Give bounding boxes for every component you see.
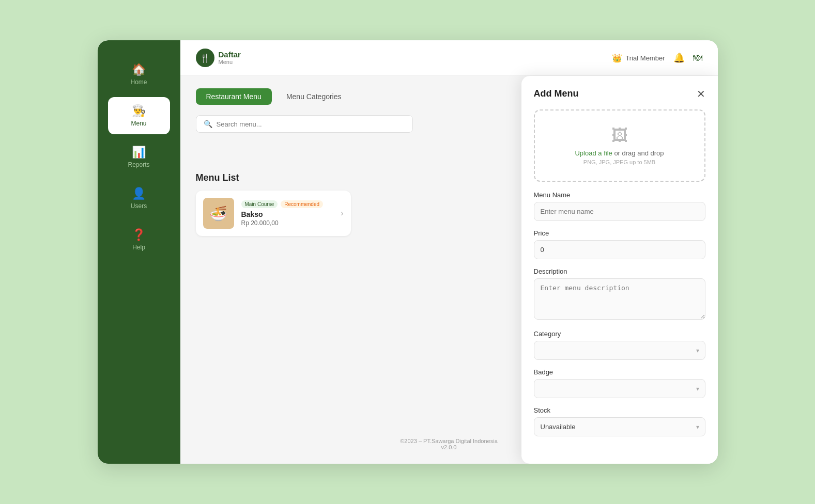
trial-label: Trial Member [625,54,665,62]
trial-badge: 👑 Trial Member [612,53,665,63]
sidebar: 🏠 Home 👨‍🍳 Menu 📊 Reports 👤 Users ❓ Help [98,40,180,464]
search-input[interactable] [217,120,405,128]
field-stock: Stock Unavailable Available ▾ [534,406,705,436]
sidebar-item-help[interactable]: ❓ Help [108,221,170,258]
sidebar-item-home[interactable]: 🏠 Home [108,56,170,93]
stock-select[interactable]: Unavailable Available [534,417,705,436]
logo: 🍴 Daftar Menu [196,49,241,67]
menu-name-input[interactable] [534,202,705,221]
tab-menu-categories[interactable]: Menu Categories [276,88,352,105]
field-badge: Badge Recommended New Popular ▾ [534,368,705,398]
upload-icon: 🖼 [545,126,694,145]
menu-item-name: Bakso [241,210,334,218]
upload-hint: PNG, JPG, JPEG up to 5MB [545,159,694,165]
logo-text: Daftar Menu [219,51,241,66]
sidebar-item-users[interactable]: 👤 Users [108,180,170,217]
badge-label: Badge [534,368,705,376]
app-header: 🍴 Daftar Menu 👑 Trial Member 🔔 🍽 [180,40,718,76]
field-price: Price [534,229,705,259]
sidebar-item-menu[interactable]: 👨‍🍳 Menu [108,97,170,134]
menu-item-info: Main Course Recommended Bakso Rp 20.000,… [241,200,334,227]
home-icon: 🏠 [132,63,146,76]
menu-name-label: Menu Name [534,191,705,199]
price-input[interactable] [534,240,705,259]
category-select[interactable]: Main Course Appetizer Dessert [534,341,705,360]
menu-item-image: 🍜 [203,198,234,229]
sidebar-item-label: Help [132,244,145,251]
footer-version: v2.0.0 [354,444,544,450]
field-category: Category Main Course Appetizer Dessert ▾ [534,330,705,360]
category-select-wrapper: Main Course Appetizer Dessert ▾ [534,341,705,360]
crown-icon: 👑 [612,53,622,63]
content-area: Restaurant Menu Menu Categories 🔍 ⊞ QR C… [180,76,718,464]
description-label: Description [534,267,705,275]
chef-icon: 👨‍🍳 [132,104,146,118]
field-description: Description [534,267,705,322]
badge-recommended: Recommended [281,200,323,208]
badge-select[interactable]: Recommended New Popular [534,379,705,398]
header-right: 👑 Trial Member 🔔 🍽 [612,52,702,64]
stock-select-wrapper: Unavailable Available ▾ [534,417,705,436]
badge-select-wrapper: Recommended New Popular ▾ [534,379,705,398]
logo-daftar: Daftar [219,51,241,59]
description-input[interactable] [534,278,705,320]
sidebar-item-label: Menu [131,120,146,127]
category-label: Category [534,330,705,338]
logo-menu: Menu [219,59,241,65]
price-label: Price [534,229,705,237]
upload-link[interactable]: Upload a file [575,149,612,157]
sidebar-item-reports[interactable]: 📊 Reports [108,138,170,176]
footer-copyright: ©2023 – PT.Sawarga Digital Indonesia [354,438,544,444]
stock-label: Stock [534,406,705,414]
upload-drag-text: or drag and drop [612,149,664,157]
search-bar[interactable]: 🔍 [196,115,413,133]
notification-bell-icon[interactable]: 🔔 [673,52,685,64]
menu-list-item[interactable]: 🍜 Main Course Recommended Bakso Rp 20.00… [196,191,351,236]
cutlery-icon[interactable]: 🍽 [693,53,702,64]
upload-area[interactable]: 🖼 Upload a file or drag and drop PNG, JP… [534,109,705,182]
search-icon: 🔍 [204,120,212,128]
menu-item-price: Rp 20.000,00 [241,219,334,227]
panel-header: Add Menu ✕ [534,88,705,99]
chevron-right-icon: › [341,209,343,218]
close-panel-button[interactable]: ✕ [697,89,705,99]
main-content: 🍴 Daftar Menu 👑 Trial Member 🔔 🍽 Restaur… [180,40,718,464]
reports-icon: 📊 [132,146,146,159]
field-menu-name: Menu Name [534,191,705,221]
sidebar-item-label: Users [131,202,147,210]
panel-title: Add Menu [534,88,579,99]
help-icon: ❓ [132,228,146,242]
logo-icon: 🍴 [196,49,214,67]
upload-text: Upload a file or drag and drop [545,149,694,157]
menu-item-badges: Main Course Recommended [241,200,334,208]
sidebar-item-label: Reports [128,161,149,168]
badge-main-course: Main Course [241,200,278,208]
add-menu-panel: Add Menu ✕ 🖼 Upload a file or drag and d… [521,76,718,464]
users-icon: 👤 [132,187,146,200]
tab-restaurant-menu[interactable]: Restaurant Menu [196,88,272,105]
sidebar-item-label: Home [130,78,147,86]
